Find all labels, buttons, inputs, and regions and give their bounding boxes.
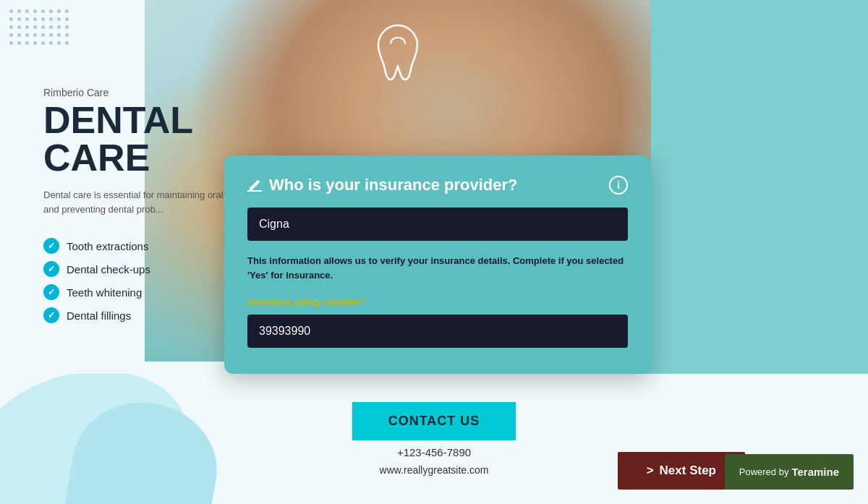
dot	[9, 9, 13, 13]
dot	[33, 41, 37, 45]
dots-row	[7, 39, 71, 47]
dot	[9, 33, 13, 37]
service-label: Dental check-ups	[67, 263, 150, 276]
dot	[33, 33, 37, 37]
service-label: Tooth extractions	[67, 240, 148, 252]
info-icon-button[interactable]: i	[609, 176, 628, 195]
dot	[49, 33, 53, 37]
dot	[25, 17, 29, 21]
dot	[57, 17, 61, 21]
dot	[65, 33, 69, 37]
tooth-icon	[373, 22, 423, 87]
edit-icon	[247, 178, 262, 192]
next-step-prefix: >	[647, 464, 654, 478]
dot	[9, 41, 13, 45]
dot	[57, 25, 61, 29]
dot	[57, 41, 61, 45]
dot	[65, 17, 69, 21]
svg-rect-0	[247, 190, 262, 192]
modal-header: Who is your insurance provider? i	[247, 176, 628, 195]
dot	[41, 41, 45, 45]
dot	[17, 9, 21, 13]
dots-row	[7, 15, 71, 23]
dot	[57, 9, 61, 13]
dot	[33, 9, 37, 13]
dot	[41, 17, 45, 21]
phone-number: +123-456-7890	[397, 446, 471, 458]
dot	[9, 25, 13, 29]
modal-title: Who is your insurance provider?	[269, 176, 518, 195]
dot	[25, 33, 29, 37]
dot	[41, 9, 45, 13]
service-label: Teeth whitening	[67, 286, 142, 299]
dot	[57, 33, 61, 37]
dots-pattern	[7, 7, 71, 47]
dot	[33, 17, 37, 21]
check-icon	[43, 261, 59, 277]
dot	[41, 25, 45, 29]
modal-title-row: Who is your insurance provider?	[247, 176, 518, 195]
dots-row	[7, 31, 71, 39]
powered-by-badge: Powered by Teramine	[725, 454, 854, 490]
dots-row	[7, 7, 71, 15]
insurance-info-text: This information allows us to verify you…	[247, 254, 628, 282]
contact-us-button[interactable]: CONTACT US	[352, 402, 516, 440]
dots-row	[7, 23, 71, 31]
dot	[17, 17, 21, 21]
dot	[25, 9, 29, 13]
dot	[65, 9, 69, 13]
insurance-modal: Who is your insurance provider? i This i…	[224, 155, 651, 374]
policy-label: Insurance policy number?	[247, 296, 628, 307]
dot	[33, 25, 37, 29]
dot	[49, 17, 53, 21]
dot	[17, 33, 21, 37]
insurance-provider-input[interactable]	[247, 208, 628, 241]
check-icon	[43, 284, 59, 300]
info-icon-label: i	[617, 179, 620, 191]
dot	[25, 41, 29, 45]
brand-name: Rimberio Care	[43, 87, 304, 98]
check-icon	[43, 238, 59, 254]
dot	[49, 25, 53, 29]
policy-number-input[interactable]	[247, 315, 628, 348]
service-label: Dental fillings	[67, 309, 131, 322]
dot	[9, 17, 13, 21]
dot	[49, 9, 53, 13]
check-icon	[43, 307, 59, 323]
dot	[17, 25, 21, 29]
bottom-shape-decoration	[0, 374, 253, 504]
dot	[49, 41, 53, 45]
powered-by-brand: Teramine	[791, 466, 839, 478]
next-step-label: Next Step	[660, 464, 716, 478]
website-url: www.reallygreatsite.com	[380, 464, 489, 476]
powered-by-prefix: Powered by	[739, 466, 789, 477]
dot	[65, 25, 69, 29]
dot	[25, 25, 29, 29]
dot	[65, 41, 69, 45]
dot	[17, 41, 21, 45]
dot	[41, 33, 45, 37]
